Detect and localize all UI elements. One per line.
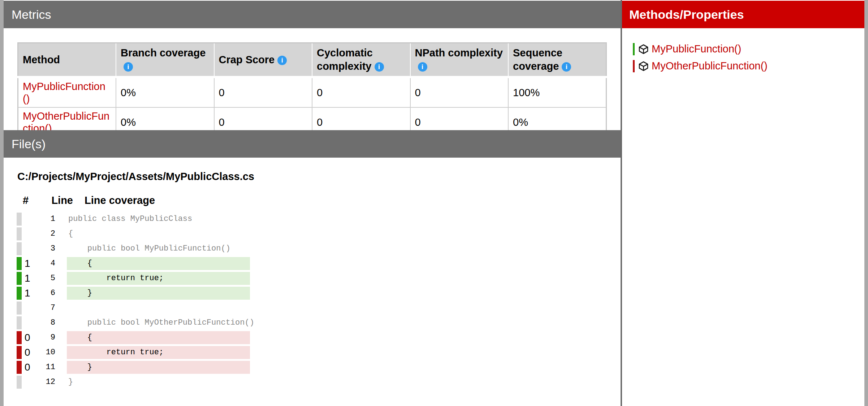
cube-icon bbox=[639, 61, 648, 71]
files-section-header: File(s) bbox=[4, 130, 621, 158]
coverage-indicator-bar bbox=[17, 272, 22, 285]
npath-complexity-cell: 0 bbox=[410, 77, 509, 107]
file-path: C:/Projects/MyProject/Assets/MyPublicCla… bbox=[17, 171, 254, 183]
code-line: } bbox=[67, 287, 250, 300]
line-number: 1 bbox=[35, 214, 55, 223]
line-number: 8 bbox=[35, 318, 55, 327]
coverage-indicator-bar bbox=[17, 213, 22, 226]
code-row: 1 5 return true; bbox=[17, 271, 250, 286]
coverage-indicator-bar bbox=[17, 242, 22, 255]
column-header-sequence-coverage: Sequence coverage bbox=[508, 43, 606, 77]
code-line: { bbox=[67, 257, 250, 270]
line-number: 12 bbox=[35, 377, 55, 386]
code-line: return true; bbox=[67, 272, 250, 285]
coverage-indicator-bar bbox=[17, 287, 22, 300]
method-link[interactable]: MyPublicFunction() bbox=[652, 43, 741, 55]
line-hit-count: 0 bbox=[25, 362, 35, 373]
methods-list: MyPublicFunction() MyOtherPublicFunction… bbox=[622, 40, 864, 74]
code-row: 0 11 } bbox=[17, 360, 250, 375]
metrics-section-header: Metrics bbox=[4, 1, 621, 28]
code-line: { bbox=[67, 331, 250, 344]
line-number: 2 bbox=[35, 229, 55, 238]
methods-panel-header: Methods/Properties bbox=[622, 1, 864, 28]
method-link[interactable]: MyOtherPublicFunction() bbox=[652, 60, 768, 72]
line-column-header: Line bbox=[51, 195, 73, 206]
list-item-method[interactable]: MyPublicFunction() bbox=[622, 40, 864, 57]
code-line bbox=[67, 302, 250, 315]
coverage-indicator-bar bbox=[17, 376, 22, 389]
coverage-status-bar bbox=[633, 43, 635, 55]
line-number: 11 bbox=[35, 363, 55, 372]
code-listing: 1 public class MyPublicClass 2 { 3 publi… bbox=[17, 211, 250, 389]
line-number: 10 bbox=[35, 348, 55, 357]
methods-panel-title: Methods/Properties bbox=[629, 8, 744, 21]
code-row: 1 public class MyPublicClass bbox=[17, 211, 250, 226]
code-table-header: # Line Line coverage bbox=[17, 195, 155, 206]
code-line: } bbox=[67, 376, 250, 389]
code-row: 2 { bbox=[17, 226, 250, 241]
method-link[interactable]: MyPublicFunction() bbox=[23, 81, 105, 104]
info-icon[interactable] bbox=[562, 62, 571, 72]
coverage-indicator-bar bbox=[17, 331, 22, 344]
code-line: public bool MyPublicFunction() bbox=[67, 242, 250, 255]
line-number: 5 bbox=[35, 274, 55, 283]
list-item-method[interactable]: MyOtherPublicFunction() bbox=[622, 57, 864, 74]
column-header-branch-coverage: Branch coverage bbox=[116, 43, 214, 77]
code-row: 8 public bool MyOtherPublicFunction() bbox=[17, 315, 250, 330]
table-row: MyPublicFunction() 0% 0 0 0 100% bbox=[18, 77, 606, 107]
code-line: public bool MyOtherPublicFunction() bbox=[67, 316, 250, 329]
code-line: public class MyPublicClass bbox=[67, 213, 250, 226]
line-number: 7 bbox=[35, 303, 55, 312]
line-hit-count: 0 bbox=[25, 332, 35, 343]
page-left-border bbox=[0, 0, 4, 406]
hits-column-header: # bbox=[17, 195, 35, 206]
line-number: 9 bbox=[35, 333, 55, 342]
line-coverage-column-header: Line coverage bbox=[85, 195, 155, 206]
crap-score-cell: 0 bbox=[214, 77, 312, 107]
method-cell: MyPublicFunction() bbox=[18, 77, 116, 107]
line-hit-count: 1 bbox=[25, 287, 35, 299]
files-section-title: File(s) bbox=[12, 137, 46, 151]
line-hit-count: 0 bbox=[25, 347, 35, 358]
code-row: 7 bbox=[17, 300, 250, 315]
code-row: 3 public bool MyPublicFunction() bbox=[17, 241, 250, 256]
code-line: { bbox=[67, 227, 250, 240]
coverage-indicator-bar bbox=[17, 346, 22, 359]
coverage-indicator-bar bbox=[17, 316, 22, 329]
column-header-method: Method bbox=[18, 43, 116, 77]
code-line: return true; bbox=[67, 346, 250, 359]
column-header-cyclomatic-complexity: Cyclomatic complexity bbox=[312, 43, 410, 77]
coverage-status-bar bbox=[633, 60, 635, 72]
line-number: 6 bbox=[35, 289, 55, 298]
line-number: 3 bbox=[35, 244, 55, 253]
branch-coverage-cell: 0% bbox=[116, 77, 214, 107]
info-icon[interactable] bbox=[418, 62, 427, 72]
code-row: 1 4 { bbox=[17, 256, 250, 271]
line-number: 4 bbox=[35, 259, 55, 268]
column-header-crap-score: Crap Score bbox=[214, 43, 312, 77]
code-row: 0 9 { bbox=[17, 330, 250, 345]
metrics-table: Method Branch coverage Crap Score Cyclom… bbox=[17, 42, 607, 138]
code-line: } bbox=[67, 361, 250, 374]
sequence-coverage-cell: 100% bbox=[508, 77, 606, 107]
cube-icon bbox=[639, 44, 648, 54]
code-row: 12 } bbox=[17, 375, 250, 389]
code-row: 0 10 return true; bbox=[17, 345, 250, 360]
coverage-indicator-bar bbox=[17, 257, 22, 270]
metrics-table-header-row: Method Branch coverage Crap Score Cyclom… bbox=[18, 43, 606, 77]
page-right-border bbox=[864, 0, 868, 406]
metrics-section-title: Metrics bbox=[12, 8, 51, 21]
coverage-indicator-bar bbox=[17, 302, 22, 315]
column-header-npath-complexity: NPath complexity bbox=[410, 43, 509, 77]
cyclomatic-complexity-cell: 0 bbox=[312, 77, 410, 107]
info-icon[interactable] bbox=[277, 56, 287, 65]
info-icon[interactable] bbox=[124, 62, 133, 72]
info-icon[interactable] bbox=[375, 62, 384, 72]
coverage-indicator-bar bbox=[17, 361, 22, 374]
coverage-indicator-bar bbox=[17, 227, 22, 240]
line-hit-count: 1 bbox=[25, 258, 35, 269]
code-row: 1 6 } bbox=[17, 286, 250, 300]
line-hit-count: 1 bbox=[25, 273, 35, 284]
